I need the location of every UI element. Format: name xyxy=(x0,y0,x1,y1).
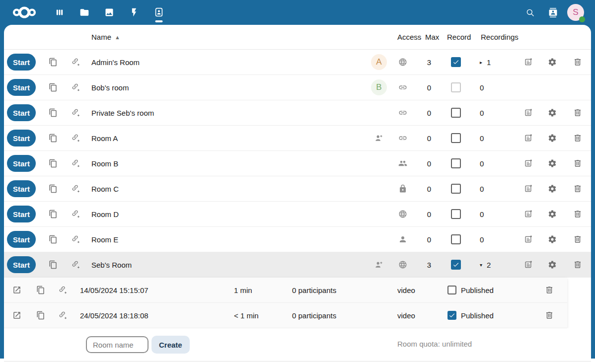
room-name[interactable]: Room E xyxy=(87,235,368,244)
room-name[interactable]: Room A xyxy=(87,134,368,143)
app-photos[interactable] xyxy=(97,0,122,25)
room-recordings-cell[interactable]: 0 xyxy=(469,159,517,168)
record-checkbox[interactable] xyxy=(451,82,461,92)
copy-recording-link-icon[interactable] xyxy=(30,286,52,294)
start-button[interactable]: Start xyxy=(7,79,36,96)
column-header-name[interactable]: Name ▲ xyxy=(87,33,368,41)
edit-room-icon[interactable] xyxy=(517,210,540,218)
record-checkbox[interactable] xyxy=(451,108,461,118)
room-name[interactable]: Admin's Room xyxy=(87,58,368,67)
copy-room-link-icon[interactable] xyxy=(42,83,65,92)
link-plus-icon[interactable] xyxy=(65,83,87,92)
copy-room-link-icon[interactable] xyxy=(42,108,65,117)
room-name[interactable]: Seb's Room xyxy=(87,261,368,269)
user-avatar[interactable]: S xyxy=(567,4,584,21)
room-name[interactable]: Private Seb's room xyxy=(87,109,368,117)
edit-room-icon[interactable] xyxy=(517,260,540,269)
record-checkbox[interactable] xyxy=(451,260,461,270)
settings-icon[interactable] xyxy=(540,210,564,218)
settings-icon[interactable] xyxy=(540,58,564,67)
record-checkbox[interactable] xyxy=(451,209,461,219)
record-checkbox[interactable] xyxy=(451,133,461,143)
open-recording-icon[interactable] xyxy=(4,286,30,294)
copy-room-link-icon[interactable] xyxy=(42,134,65,143)
published-checkbox[interactable] xyxy=(447,286,456,294)
delete-room-icon[interactable] xyxy=(564,184,591,193)
delete-room-icon[interactable] xyxy=(564,235,591,244)
copy-room-link-icon[interactable] xyxy=(42,184,65,193)
contacts-icon[interactable] xyxy=(541,0,564,25)
room-name-input[interactable] xyxy=(86,336,149,353)
delete-room-icon[interactable] xyxy=(564,108,591,117)
edit-room-icon[interactable] xyxy=(517,108,540,117)
settings-icon[interactable] xyxy=(540,159,564,168)
edit-room-icon[interactable] xyxy=(517,184,540,193)
start-button[interactable]: Start xyxy=(7,231,36,248)
room-recordings-cell[interactable]: 0 xyxy=(469,235,517,244)
published-checkbox[interactable] xyxy=(447,311,456,320)
room-name[interactable]: Room C xyxy=(87,185,368,193)
delete-room-icon[interactable] xyxy=(564,260,591,269)
room-name[interactable]: Room D xyxy=(87,210,368,218)
link-plus-icon[interactable] xyxy=(65,184,87,193)
settings-icon[interactable] xyxy=(540,260,564,269)
app-bbb-rooms[interactable] xyxy=(147,0,171,25)
room-recordings-cell[interactable]: 0 xyxy=(469,210,517,218)
room-recordings-cell[interactable]: ▸1 xyxy=(469,58,517,67)
settings-icon[interactable] xyxy=(540,184,564,193)
nextcloud-logo[interactable] xyxy=(10,5,38,20)
start-button[interactable]: Start xyxy=(7,155,36,172)
app-activity[interactable] xyxy=(122,0,147,25)
start-button[interactable]: Start xyxy=(7,54,36,71)
start-button[interactable]: Start xyxy=(7,104,36,121)
edit-room-icon[interactable] xyxy=(517,134,540,143)
room-recordings-cell[interactable]: 0 xyxy=(469,134,517,143)
open-recording-icon[interactable] xyxy=(4,311,30,320)
record-checkbox[interactable] xyxy=(451,234,461,244)
search-icon[interactable] xyxy=(519,0,541,25)
link-plus-icon[interactable] xyxy=(65,134,87,143)
room-recordings-cell[interactable]: 0 xyxy=(469,109,517,117)
link-plus-icon[interactable] xyxy=(65,210,87,218)
app-dashboard[interactable] xyxy=(47,0,72,25)
edit-room-icon[interactable] xyxy=(517,235,540,244)
link-plus-icon[interactable] xyxy=(65,58,87,67)
delete-recording-icon[interactable] xyxy=(531,311,567,320)
recordings-toggle[interactable]: ▸ xyxy=(480,60,482,65)
link-plus-icon[interactable] xyxy=(65,159,87,168)
link-plus-icon[interactable] xyxy=(52,286,74,294)
link-plus-icon[interactable] xyxy=(65,108,87,117)
copy-room-link-icon[interactable] xyxy=(42,210,65,218)
copy-room-link-icon[interactable] xyxy=(42,159,65,168)
start-button[interactable]: Start xyxy=(7,206,36,222)
link-plus-icon[interactable] xyxy=(65,260,87,269)
settings-icon[interactable] xyxy=(540,235,564,244)
delete-room-icon[interactable] xyxy=(564,58,591,67)
room-name[interactable]: Bob's room xyxy=(87,83,368,92)
room-name[interactable]: Room B xyxy=(87,159,368,168)
record-checkbox[interactable] xyxy=(451,158,461,168)
copy-recording-link-icon[interactable] xyxy=(30,311,52,320)
link-plus-icon[interactable] xyxy=(52,311,74,320)
settings-icon[interactable] xyxy=(540,134,564,143)
record-checkbox[interactable] xyxy=(451,57,461,67)
edit-room-icon[interactable] xyxy=(517,159,540,168)
link-plus-icon[interactable] xyxy=(65,235,87,244)
room-recordings-cell[interactable]: 0 xyxy=(469,83,517,92)
room-recordings-cell[interactable]: 0 xyxy=(469,185,517,193)
room-recordings-cell[interactable]: ▾2 xyxy=(469,261,517,269)
settings-icon[interactable] xyxy=(540,108,564,117)
delete-room-icon[interactable] xyxy=(564,134,591,143)
create-room-button[interactable]: Create xyxy=(151,336,190,354)
copy-room-link-icon[interactable] xyxy=(42,260,65,269)
start-button[interactable]: Start xyxy=(7,256,36,273)
delete-recording-icon[interactable] xyxy=(531,286,567,294)
app-files[interactable] xyxy=(72,0,97,25)
delete-room-icon[interactable] xyxy=(564,159,591,168)
start-button[interactable]: Start xyxy=(7,130,36,146)
start-button[interactable]: Start xyxy=(7,180,36,197)
edit-room-icon[interactable] xyxy=(517,58,540,67)
delete-room-icon[interactable] xyxy=(564,210,591,218)
recordings-toggle[interactable]: ▾ xyxy=(480,262,482,268)
record-checkbox[interactable] xyxy=(451,184,461,194)
